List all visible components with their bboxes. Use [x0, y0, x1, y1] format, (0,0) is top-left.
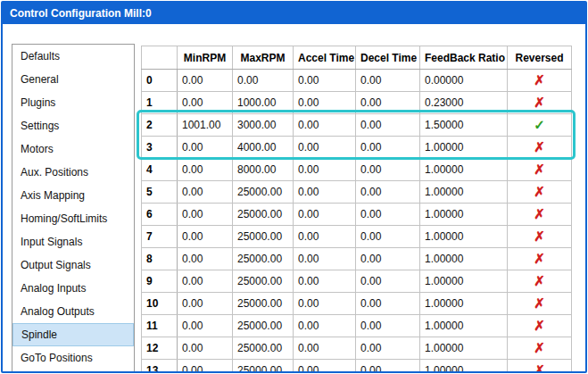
cell-decel-time-row-4[interactable]: 0.00 — [356, 159, 420, 181]
row-header-5[interactable]: 5 — [142, 181, 178, 204]
cell-feedback-ratio-row-10[interactable]: 1.00000 — [420, 293, 508, 315]
cell-reversed-row-12[interactable]: ✗ — [508, 337, 572, 360]
cell-maxrpm-row-11[interactable]: 25000.00 — [233, 315, 294, 337]
cell-decel-time-row-7[interactable]: 0.00 — [356, 226, 420, 248]
cell-accel-time-row-13[interactable]: 0.00 — [294, 360, 356, 372]
cell-accel-time-row-2[interactable]: 0.00 — [294, 114, 356, 137]
cell-maxrpm-row-8[interactable]: 25000.00 — [233, 248, 294, 270]
cell-minrpm-row-2[interactable]: 1001.00 — [178, 114, 233, 137]
cell-decel-time-row-8[interactable]: 0.00 — [356, 248, 420, 270]
cell-minrpm-row-6[interactable]: 0.00 — [178, 204, 233, 226]
cell-accel-time-row-8[interactable]: 0.00 — [294, 248, 356, 270]
title-bar[interactable]: Control Configuration Mill:0 — [3, 3, 585, 24]
sidebar-item-general[interactable]: General — [12, 68, 134, 91]
cell-accel-time-row-10[interactable]: 0.00 — [294, 293, 356, 315]
cell-maxrpm-row-2[interactable]: 3000.00 — [233, 114, 294, 137]
row-header-1[interactable]: 1 — [142, 92, 178, 114]
cell-minrpm-row-11[interactable]: 0.00 — [178, 315, 233, 337]
cell-accel-time-row-3[interactable]: 0.00 — [294, 137, 356, 159]
column-header-maxrpm[interactable]: MaxRPM — [233, 46, 294, 70]
cell-reversed-row-6[interactable]: ✗ — [508, 204, 572, 226]
column-header-blank[interactable] — [142, 46, 178, 70]
row-header-12[interactable]: 12 — [142, 337, 178, 360]
cell-decel-time-row-1[interactable]: 0.00 — [356, 92, 420, 114]
sidebar-item-homing-softlimits[interactable]: Homing/SoftLimits — [12, 207, 134, 230]
column-header-minrpm[interactable]: MinRPM — [178, 46, 233, 70]
sidebar-item-aux-positions[interactable]: Aux. Positions — [12, 161, 134, 184]
cell-minrpm-row-9[interactable]: 0.00 — [178, 270, 233, 293]
cell-accel-time-row-12[interactable]: 0.00 — [294, 337, 356, 360]
cell-minrpm-row-0[interactable]: 0.00 — [178, 70, 233, 92]
cell-accel-time-row-0[interactable]: 0.00 — [294, 70, 356, 92]
cell-maxrpm-row-7[interactable]: 25000.00 — [233, 226, 294, 248]
sidebar-item-input-signals[interactable]: Input Signals — [12, 230, 134, 253]
cell-decel-time-row-9[interactable]: 0.00 — [356, 270, 420, 293]
cell-reversed-row-11[interactable]: ✗ — [508, 315, 572, 337]
cell-accel-time-row-7[interactable]: 0.00 — [294, 226, 356, 248]
row-header-11[interactable]: 11 — [142, 315, 178, 337]
sidebar-item-axis-mapping[interactable]: Axis Mapping — [12, 184, 134, 207]
cell-minrpm-row-5[interactable]: 0.00 — [178, 181, 233, 204]
cell-maxrpm-row-9[interactable]: 25000.00 — [233, 270, 294, 293]
column-header-accel-time[interactable]: Accel Time — [294, 46, 356, 70]
row-header-3[interactable]: 3 — [142, 137, 178, 159]
row-header-9[interactable]: 9 — [142, 270, 178, 293]
cell-decel-time-row-11[interactable]: 0.00 — [356, 315, 420, 337]
cell-decel-time-row-3[interactable]: 0.00 — [356, 137, 420, 159]
cell-decel-time-row-0[interactable]: 0.00 — [356, 70, 420, 92]
cell-reversed-row-10[interactable]: ✗ — [508, 293, 572, 315]
cell-feedback-ratio-row-3[interactable]: 1.00000 — [420, 137, 508, 159]
cell-minrpm-row-12[interactable]: 0.00 — [178, 337, 233, 360]
cell-maxrpm-row-4[interactable]: 8000.00 — [233, 159, 294, 181]
cell-minrpm-row-10[interactable]: 0.00 — [178, 293, 233, 315]
cell-maxrpm-row-0[interactable]: 0.00 — [233, 70, 294, 92]
column-header-reversed[interactable]: Reversed — [508, 46, 572, 70]
cell-reversed-row-7[interactable]: ✗ — [508, 226, 572, 248]
cell-reversed-row-3[interactable]: ✗ — [508, 137, 572, 159]
cell-reversed-row-5[interactable]: ✗ — [508, 181, 572, 204]
cell-minrpm-row-3[interactable]: 0.00 — [178, 137, 233, 159]
cell-feedback-ratio-row-0[interactable]: 0.00000 — [420, 70, 508, 92]
cell-decel-time-row-5[interactable]: 0.00 — [356, 181, 420, 204]
cell-maxrpm-row-5[interactable]: 25000.00 — [233, 181, 294, 204]
cell-decel-time-row-6[interactable]: 0.00 — [356, 204, 420, 226]
cell-accel-time-row-1[interactable]: 0.00 — [294, 92, 356, 114]
cell-reversed-row-4[interactable]: ✗ — [508, 159, 572, 181]
row-header-10[interactable]: 10 — [142, 293, 178, 315]
sidebar-item-analog-outputs[interactable]: Analog Outputs — [12, 300, 134, 323]
cell-reversed-row-8[interactable]: ✗ — [508, 248, 572, 270]
cell-reversed-row-9[interactable]: ✗ — [508, 270, 572, 293]
cell-decel-time-row-13[interactable]: 0.00 — [356, 360, 420, 372]
sidebar-item-settings[interactable]: Settings — [12, 114, 134, 137]
sidebar-item-defaults[interactable]: Defaults — [12, 45, 134, 68]
row-header-2[interactable]: 2 — [142, 114, 178, 137]
cell-maxrpm-row-12[interactable]: 25000.00 — [233, 337, 294, 360]
cell-feedback-ratio-row-1[interactable]: 0.23000 — [420, 92, 508, 114]
cell-minrpm-row-13[interactable]: 0.00 — [178, 360, 233, 372]
cell-maxrpm-row-13[interactable]: 25000.00 — [233, 360, 294, 372]
cell-reversed-row-1[interactable]: ✗ — [508, 92, 572, 114]
column-header-decel-time[interactable]: Decel Time — [356, 46, 420, 70]
cell-minrpm-row-1[interactable]: 0.00 — [178, 92, 233, 114]
cell-accel-time-row-5[interactable]: 0.00 — [294, 181, 356, 204]
row-header-6[interactable]: 6 — [142, 204, 178, 226]
sidebar-item-plugins[interactable]: Plugins — [12, 91, 134, 114]
cell-decel-time-row-2[interactable]: 0.00 — [356, 114, 420, 137]
cell-feedback-ratio-row-6[interactable]: 1.00000 — [420, 204, 508, 226]
cell-feedback-ratio-row-9[interactable]: 1.00000 — [420, 270, 508, 293]
cell-maxrpm-row-3[interactable]: 4000.00 — [233, 137, 294, 159]
cell-accel-time-row-9[interactable]: 0.00 — [294, 270, 356, 293]
cell-feedback-ratio-row-8[interactable]: 1.00000 — [420, 248, 508, 270]
cell-feedback-ratio-row-11[interactable]: 1.00000 — [420, 315, 508, 337]
row-header-8[interactable]: 8 — [142, 248, 178, 270]
cell-accel-time-row-11[interactable]: 0.00 — [294, 315, 356, 337]
cell-feedback-ratio-row-13[interactable]: 1.00000 — [420, 360, 508, 372]
cell-maxrpm-row-10[interactable]: 25000.00 — [233, 293, 294, 315]
sidebar-item-motors[interactable]: Motors — [12, 137, 134, 161]
row-header-13[interactable]: 13 — [142, 360, 178, 372]
cell-minrpm-row-8[interactable]: 0.00 — [178, 248, 233, 270]
cell-reversed-row-13[interactable]: ✗ — [508, 360, 572, 372]
cell-feedback-ratio-row-7[interactable]: 1.00000 — [420, 226, 508, 248]
sidebar-item-output-signals[interactable]: Output Signals — [12, 253, 134, 277]
cell-accel-time-row-6[interactable]: 0.00 — [294, 204, 356, 226]
